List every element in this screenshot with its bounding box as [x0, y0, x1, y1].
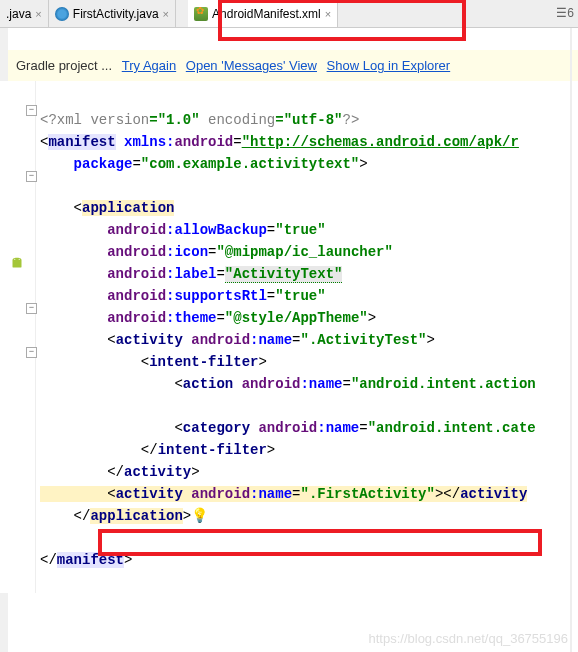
- java-class-icon: [55, 7, 69, 21]
- try-again-link[interactable]: Try Again: [122, 58, 176, 73]
- tab-label: FirstActivity.java: [73, 7, 159, 21]
- tab-android-manifest[interactable]: AndroidManifest.xml ×: [188, 0, 338, 27]
- svg-point-0: [14, 259, 15, 260]
- svg-point-1: [19, 259, 20, 260]
- tab-label: .java: [6, 7, 31, 21]
- show-log-link[interactable]: Show Log in Explorer: [327, 58, 451, 73]
- intention-bulb-icon[interactable]: 💡: [191, 508, 208, 524]
- fold-icon[interactable]: −: [26, 171, 37, 182]
- fold-icon[interactable]: −: [26, 347, 37, 358]
- code-content[interactable]: <?xml version="1.0" encoding="utf-8"?> <…: [40, 87, 578, 593]
- tab-list-button[interactable]: ☰6: [556, 6, 574, 20]
- code-editor[interactable]: − − − − <?xml version="1.0" encoding="ut…: [0, 81, 578, 593]
- close-icon[interactable]: ×: [35, 8, 41, 20]
- open-messages-link[interactable]: Open 'Messages' View: [186, 58, 317, 73]
- close-icon[interactable]: ×: [325, 8, 331, 20]
- fold-icon[interactable]: −: [26, 105, 37, 116]
- tab-label: AndroidManifest.xml: [212, 7, 321, 21]
- xml-file-icon: [194, 7, 208, 21]
- tab-java-partial[interactable]: .java ×: [0, 0, 49, 27]
- watermark-text: https://blog.csdn.net/qq_36755196: [369, 631, 569, 646]
- fold-icon[interactable]: −: [26, 303, 37, 314]
- close-icon[interactable]: ×: [163, 8, 169, 20]
- gradle-notification-bar: Gradle project ... Try Again Open 'Messa…: [0, 50, 578, 81]
- editor-gutter: − − − −: [0, 81, 36, 593]
- android-mascot-icon: [8, 254, 26, 272]
- notification-text: Gradle project ...: [16, 58, 112, 73]
- editor-tabs: .java × FirstActivity.java × AndroidMani…: [0, 0, 578, 28]
- tab-first-activity[interactable]: FirstActivity.java ×: [49, 0, 176, 27]
